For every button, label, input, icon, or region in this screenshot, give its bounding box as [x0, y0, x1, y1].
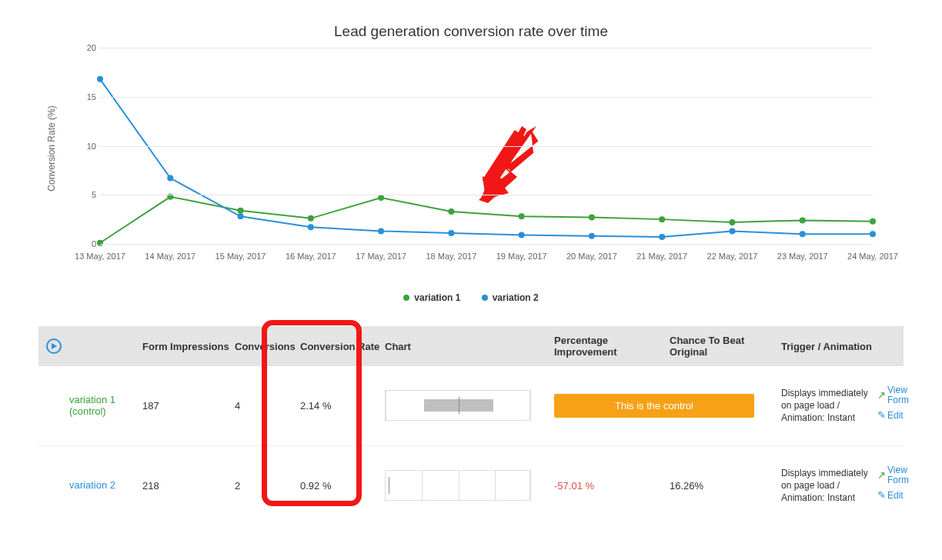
chart-panel: Lead generation conversion rate over tim…	[38, 0, 904, 318]
x-tick-label: 23 May, 2017	[777, 252, 828, 261]
svg-point-17	[448, 230, 454, 236]
cell-conversions: 4	[235, 400, 300, 412]
variation-name-link[interactable]: variation 2	[69, 479, 142, 492]
legend-item-variation-2[interactable]: variation 2	[482, 292, 539, 303]
edit-link[interactable]: ✎Edit	[877, 490, 924, 501]
svg-point-22	[800, 231, 806, 237]
svg-point-0	[97, 240, 103, 246]
legend-dot-icon	[403, 295, 409, 301]
legend-label: variation 2	[493, 292, 539, 303]
chart-legend: variation 1 variation 2	[38, 286, 904, 318]
svg-point-13	[167, 175, 173, 182]
cell-trigger: Displays immediately on page load / Anim…	[781, 467, 877, 505]
cell-chance-to-beat: 16.26%	[670, 480, 781, 492]
svg-point-18	[519, 232, 525, 238]
svg-point-8	[659, 216, 665, 222]
x-tick-label: 18 May, 2017	[426, 252, 476, 261]
edit-icon: ✎	[877, 410, 886, 421]
x-tick-label: 14 May, 2017	[145, 252, 195, 261]
svg-point-7	[589, 215, 595, 221]
header-conversions[interactable]: Conversions	[235, 341, 300, 352]
svg-point-10	[800, 217, 806, 223]
svg-point-11	[870, 218, 876, 225]
edit-icon: ✎	[877, 490, 886, 501]
svg-point-21	[729, 228, 735, 234]
svg-marker-29	[52, 343, 57, 349]
svg-point-5	[448, 208, 454, 215]
svg-point-15	[308, 224, 314, 230]
edit-link[interactable]: ✎Edit	[877, 410, 924, 421]
header-conversion-rate[interactable]: Conversion Rate	[300, 341, 385, 352]
x-tick-label: 13 May, 2017	[75, 252, 125, 261]
header-form-impressions[interactable]: Form Impressions	[142, 341, 235, 352]
svg-point-12	[97, 76, 103, 82]
y-axis-label: Conversion Rate (%)	[46, 105, 57, 191]
x-tick-label: 20 May, 2017	[566, 252, 617, 261]
svg-point-14	[238, 213, 244, 219]
cell-percentage-improvement: -57.01 %	[554, 480, 670, 492]
y-tick-label: 0	[73, 239, 96, 248]
x-tick-label: 24 May, 2017	[847, 252, 898, 261]
cell-trigger: Displays immediately on page load / Anim…	[781, 387, 877, 425]
y-tick-label: 10	[73, 142, 96, 151]
chart-plot[interactable]: 0510152013 May, 201714 May, 201715 May, …	[100, 48, 873, 244]
legend-item-variation-1[interactable]: variation 1	[403, 292, 460, 303]
view-form-link[interactable]: ↗View Form	[877, 465, 924, 485]
cell-mini-chart	[385, 390, 554, 421]
cell-conversion-rate: 0.92 %	[300, 480, 385, 492]
x-tick-label: 17 May, 2017	[356, 252, 406, 261]
table-row: variation 1 (control) 187 4 2.14 % This …	[38, 366, 904, 446]
y-tick-label: 15	[73, 92, 96, 102]
external-link-icon: ↗	[877, 390, 886, 401]
x-tick-label: 19 May, 2017	[496, 252, 547, 261]
x-tick-label: 21 May, 2017	[636, 252, 687, 261]
mini-chart	[385, 390, 531, 421]
svg-point-19	[589, 233, 595, 239]
y-tick-label: 5	[73, 190, 96, 199]
svg-point-16	[378, 228, 384, 234]
results-table: Form Impressions Conversions Conversion …	[38, 326, 904, 525]
view-form-link[interactable]: ↗View Form	[877, 385, 924, 405]
header-percentage-improvement[interactable]: Percentage Improvement	[554, 335, 670, 358]
y-tick-label: 20	[73, 43, 96, 52]
cell-mini-chart	[385, 470, 554, 501]
control-badge: This is the control	[554, 394, 754, 418]
legend-label: variation 1	[414, 292, 460, 303]
cell-impressions: 218	[142, 480, 235, 492]
legend-dot-icon	[482, 295, 488, 301]
cell-control-badge: This is the control	[554, 394, 781, 418]
play-icon[interactable]	[46, 338, 62, 354]
svg-point-23	[870, 231, 876, 237]
svg-point-2	[238, 208, 244, 214]
cell-conversion-rate: 2.14 %	[300, 400, 385, 412]
svg-point-3	[308, 215, 314, 222]
x-tick-label: 15 May, 2017	[215, 252, 266, 261]
svg-point-4	[378, 195, 384, 201]
header-chart[interactable]: Chart	[385, 341, 554, 352]
x-tick-label: 22 May, 2017	[707, 252, 758, 261]
header-trigger[interactable]: Trigger / Animation	[781, 341, 877, 352]
chart-area: Conversion Rate (%) 0510152013 May	[65, 48, 904, 286]
svg-point-6	[519, 213, 525, 219]
external-link-icon: ↗	[877, 470, 886, 481]
cell-actions: ↗View Form ✎Edit	[877, 385, 924, 426]
variation-name-link[interactable]: variation 1 (control)	[69, 394, 142, 418]
dashboard-container: Lead generation conversion rate over tim…	[0, 0, 942, 540]
header-chance-to-beat[interactable]: Chance To Beat Original	[670, 335, 781, 358]
svg-point-9	[729, 219, 735, 225]
chart-title: Lead generation conversion rate over tim…	[38, 0, 904, 48]
cell-actions: ↗View Form ✎Edit	[877, 465, 924, 506]
mini-chart	[385, 470, 531, 501]
cell-impressions: 187	[142, 400, 235, 412]
table-header-row: Form Impressions Conversions Conversion …	[38, 326, 904, 366]
table-row: variation 2 218 2 0.92 % -57.01 % 16.26%…	[38, 446, 904, 525]
cell-conversions: 2	[235, 480, 300, 492]
x-tick-label: 16 May, 2017	[286, 252, 336, 261]
svg-point-20	[659, 234, 665, 240]
